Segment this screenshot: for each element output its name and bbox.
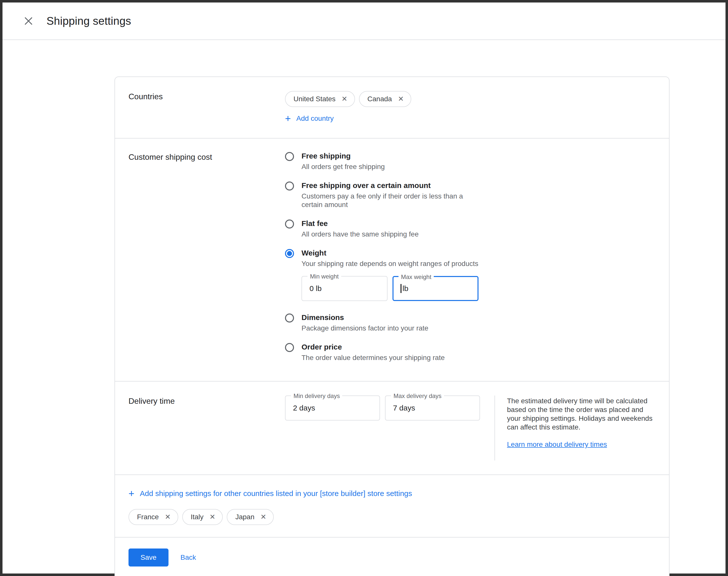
header: Shipping settings <box>2 2 726 40</box>
radio-icon[interactable] <box>285 314 294 322</box>
option-order-price[interactable]: Order price The order value determines y… <box>285 343 479 362</box>
text-caret <box>401 284 402 293</box>
add-country-button[interactable]: + Add country <box>285 114 334 123</box>
learn-more-link[interactable]: Learn more about delivery times <box>507 440 607 449</box>
option-description: Customers pay a fee only if their order … <box>301 192 479 209</box>
max-delivery-days-value: 7 days <box>393 404 415 412</box>
delivery-time-section: Delivery time Min delivery days 2 days M… <box>115 381 669 475</box>
max-delivery-days-label: Max delivery days <box>391 392 444 400</box>
plus-icon: + <box>128 489 134 498</box>
close-icon <box>25 17 32 25</box>
countries-content: United States ✕ Canada ✕ + Add country <box>285 91 411 124</box>
add-country-label: Add country <box>296 115 333 122</box>
chip-label: Japan <box>235 513 254 521</box>
country-chip-italy: Italy ✕ <box>182 509 223 525</box>
delivery-time-content: Min delivery days 2 days Max delivery da… <box>285 396 654 461</box>
country-chip-france: France ✕ <box>128 509 178 525</box>
radio-icon[interactable] <box>285 181 294 191</box>
option-text: Free shipping over a certain amount Cust… <box>301 181 479 209</box>
option-weight[interactable]: Weight Your shipping rate depends on wei… <box>285 249 479 303</box>
radio-icon[interactable] <box>285 220 294 229</box>
delivery-help-text: The estimated delivery time will be calc… <box>507 397 652 431</box>
max-delivery-days-field[interactable]: Max delivery days 7 days <box>385 396 480 421</box>
delivery-time-label: Delivery time <box>128 396 285 461</box>
shipping-cost-options: Free shipping All orders get free shippi… <box>285 151 479 372</box>
radio-icon-selected[interactable] <box>285 249 294 258</box>
option-free-over-amount[interactable]: Free shipping over a certain amount Cust… <box>285 181 479 209</box>
option-description: Your shipping rate depends on weight ran… <box>301 259 478 268</box>
save-button[interactable]: Save <box>128 548 169 567</box>
weight-fields: Min weight 0 lb Max weight lb <box>301 276 478 301</box>
chip-label: France <box>137 513 159 521</box>
option-dimensions[interactable]: Dimensions Package dimensions factor int… <box>285 313 479 333</box>
option-label: Dimensions <box>301 313 428 322</box>
remove-chip-icon[interactable]: ✕ <box>165 514 171 520</box>
radio-icon[interactable] <box>285 152 294 161</box>
min-delivery-days-field[interactable]: Min delivery days 2 days <box>285 396 380 421</box>
remove-chip-icon[interactable]: ✕ <box>261 514 266 520</box>
radio-icon[interactable] <box>285 343 294 352</box>
countries-section: Countries United States ✕ Canada ✕ + Add… <box>115 77 669 139</box>
country-chip-united-states: United States ✕ <box>285 91 355 107</box>
back-button[interactable]: Back <box>180 553 196 561</box>
option-label: Free shipping over a certain amount <box>301 181 479 190</box>
page-title: Shipping settings <box>47 15 131 27</box>
option-description: The order value determines your shipping… <box>301 353 445 362</box>
option-text: Flat fee All orders have the same shippi… <box>301 219 419 238</box>
min-weight-field-label: Min weight <box>308 272 341 281</box>
add-other-countries-button[interactable]: + Add shipping settings for other countr… <box>128 489 656 498</box>
max-weight-field[interactable]: Max weight lb <box>392 276 478 301</box>
max-weight-field-value: lb <box>403 284 408 293</box>
min-delivery-days-label: Min delivery days <box>291 392 342 400</box>
min-weight-field[interactable]: Min weight 0 lb <box>301 276 387 301</box>
option-description: All orders have the same shipping fee <box>301 230 419 238</box>
remove-chip-icon[interactable]: ✕ <box>342 95 347 103</box>
min-delivery-days-value: 2 days <box>293 404 315 412</box>
country-chip-canada: Canada ✕ <box>359 91 411 107</box>
country-chip-japan: Japan ✕ <box>227 509 274 525</box>
delivery-help: The estimated delivery time will be calc… <box>507 396 654 461</box>
option-label: Free shipping <box>301 151 385 161</box>
option-flat-fee[interactable]: Flat fee All orders have the same shippi… <box>285 219 479 238</box>
option-text: Dimensions Package dimensions factor int… <box>301 313 428 333</box>
shipping-cost-section: Customer shipping cost Free shipping All… <box>115 139 669 381</box>
option-text: Weight Your shipping rate depends on wei… <box>301 249 478 303</box>
remove-chip-icon[interactable]: ✕ <box>209 514 215 520</box>
remove-chip-icon[interactable]: ✕ <box>398 95 404 103</box>
vertical-divider <box>495 396 495 461</box>
option-label: Weight <box>301 249 478 258</box>
option-text: Free shipping All orders get free shippi… <box>301 151 385 171</box>
other-country-chips: France ✕ Italy ✕ Japan ✕ <box>128 509 656 525</box>
countries-label: Countries <box>128 91 285 124</box>
shipping-settings-dialog: Shipping settings Countries United State… <box>0 0 728 576</box>
add-other-countries-label: Add shipping settings for other countrie… <box>140 489 412 498</box>
option-label: Order price <box>301 343 445 351</box>
plus-icon: + <box>285 114 291 123</box>
option-free-shipping[interactable]: Free shipping All orders get free shippi… <box>285 151 479 171</box>
option-label: Flat fee <box>301 219 419 228</box>
close-button[interactable] <box>23 15 34 27</box>
settings-card: Countries United States ✕ Canada ✕ + Add… <box>115 77 670 576</box>
option-description: Package dimensions factor into your rate <box>301 324 428 333</box>
delivery-fields: Min delivery days 2 days Max delivery da… <box>285 396 480 461</box>
max-weight-field-label: Max weight <box>399 273 434 281</box>
min-weight-field-value: 0 lb <box>310 284 321 293</box>
option-description: All orders get free shipping <box>301 163 385 171</box>
chip-label: Italy <box>191 513 204 521</box>
chip-label: United States <box>293 95 336 103</box>
option-text: Order price The order value determines y… <box>301 343 445 362</box>
other-countries-section: + Add shipping settings for other countr… <box>115 475 669 538</box>
country-chips: United States ✕ Canada ✕ <box>285 91 411 107</box>
chip-label: Canada <box>368 95 392 103</box>
footer: Save Back <box>115 538 669 576</box>
shipping-cost-label: Customer shipping cost <box>128 151 285 372</box>
